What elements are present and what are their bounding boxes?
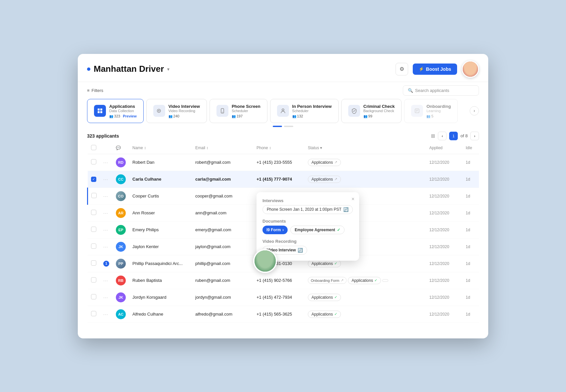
interview-chip[interactable]: Phone Screen Jan 1, 2020 at 1:00pm PST 🔄 (262, 205, 353, 214)
status-badge[interactable]: Applications ✓ (308, 311, 341, 318)
row-avatar: EP (116, 225, 126, 235)
row-email[interactable]: carla@gmail.com (195, 177, 231, 182)
th-name[interactable]: Name ↕ (129, 142, 192, 154)
check-icon: ✓ (337, 228, 340, 232)
tab-video-interview[interactable]: Video Interview Video Recording 240 (146, 99, 207, 123)
svg-point-8 (282, 109, 284, 111)
row-checkbox[interactable] (91, 243, 96, 249)
user-avatar[interactable] (462, 61, 479, 78)
row-more-button[interactable]: ··· (103, 278, 108, 283)
row-email[interactable]: phillip@gmail.com (195, 261, 230, 266)
row-avatar: JK (116, 292, 126, 302)
in-person-tab-sublabel: Scheduler (292, 109, 332, 113)
status-popup: × Interviews Phone Screen Jan 1, 2020 at… (257, 192, 359, 261)
current-page[interactable]: 1 (449, 132, 458, 140)
row-checkbox[interactable] (91, 210, 96, 215)
row-name[interactable]: Carla Culhane (132, 177, 161, 182)
row-email[interactable]: emery@gmail.com (195, 227, 231, 232)
row-name[interactable]: Jaylon Kenter (132, 244, 159, 249)
large-avatar-face (255, 250, 276, 272)
row-more-button[interactable]: ··· (103, 295, 108, 300)
row-checkbox[interactable] (91, 227, 96, 232)
th-status[interactable]: Status ▾ (305, 142, 426, 154)
row-email[interactable]: ruben@gmail.com (195, 278, 230, 283)
applied-date: 12/12/2020 (429, 261, 449, 266)
idle-value: 1d (466, 228, 470, 232)
popup-close-button[interactable]: × (352, 196, 354, 202)
status-badge[interactable] (382, 279, 388, 282)
row-email[interactable]: robert@gmail.com (195, 160, 230, 165)
avatar-face (463, 62, 478, 77)
tab-in-person[interactable]: In Person Interview Scheduler 132 (270, 99, 339, 123)
applied-date: 12/12/2020 (429, 244, 449, 249)
row-checkbox[interactable] (91, 260, 96, 266)
prev-page-button[interactable]: ‹ (438, 132, 447, 140)
onboarding-icon (411, 105, 423, 117)
row-email[interactable]: cooper@gmail.com (195, 194, 232, 198)
pipeline-dots (78, 123, 488, 128)
row-checkbox[interactable] (91, 311, 96, 316)
preview-badge[interactable]: Preview (123, 114, 137, 118)
tab-applications[interactable]: Applications Data Collection 323 Preview (87, 99, 144, 123)
status-badge[interactable]: Applications ✓ (308, 260, 341, 267)
row-more-button[interactable]: ··· (103, 160, 108, 165)
row-more-button[interactable]: ··· (103, 177, 108, 182)
table-header: 💬 Name ↕ Email ↕ Phone ↕ Status ▾ Applie… (88, 142, 479, 154)
select-all-checkbox[interactable] (91, 145, 96, 150)
onboarding-tab-sublabel: Learning (426, 109, 451, 113)
row-name[interactable]: Ruben Baptista (132, 278, 162, 283)
toolbar: ≡ Filters 🔍 Search applicants (78, 82, 488, 99)
row-phone: +1 (415) 565-3625 (257, 312, 292, 317)
row-more-button[interactable]: ··· (103, 312, 108, 317)
row-phone: +1 (415) 472-7934 (257, 295, 292, 300)
row-checkbox[interactable]: ✓ (91, 177, 96, 182)
pipeline-next-button[interactable]: › (470, 106, 479, 115)
status-badge[interactable]: Applications ✓ (348, 277, 381, 284)
boost-jobs-button[interactable]: ⚡ Boost Jobs (413, 64, 457, 75)
applications-tab-sublabel: Data Collection (109, 109, 137, 113)
settings-button[interactable]: ⚙ (396, 63, 408, 75)
tab-phone-screen[interactable]: Phone Screen Scheduler 197 (210, 99, 267, 123)
status-badge[interactable]: Onboarding Form ↗ (308, 277, 347, 284)
row-name[interactable]: Cooper Curtis (132, 194, 159, 198)
row-checkbox[interactable] (91, 277, 96, 283)
filters-button[interactable]: ≡ Filters (87, 88, 103, 93)
row-email[interactable]: jordyn@gmail.com (195, 295, 231, 300)
row-email[interactable]: ann@gmail.com (195, 210, 226, 215)
status-badge[interactable]: Applications ↗ (308, 159, 341, 166)
row-checkbox[interactable] (91, 159, 96, 164)
svg-rect-6 (221, 109, 224, 113)
row-name[interactable]: Jordyn Korsgaard (132, 295, 166, 300)
video-interview-count: 240 (168, 114, 179, 118)
row-email[interactable]: alfredo@gmail.com (195, 312, 232, 317)
next-page-button[interactable]: › (470, 132, 479, 140)
row-name[interactable]: Phillip Passaquindici Arc... (132, 261, 183, 266)
status-badge[interactable]: Applications ↗ (308, 176, 341, 183)
th-email[interactable]: Email ↕ (192, 142, 253, 154)
row-name[interactable]: Alfredo Culhane (132, 312, 163, 317)
chevron-down-icon[interactable]: ▾ (167, 66, 169, 72)
row-phone: +1 (415) 902-5766 (257, 278, 292, 283)
row-checkbox[interactable] (91, 294, 96, 299)
idle-value: 1d (466, 261, 470, 266)
i9-form-chip[interactable]: I9 Form › (262, 226, 288, 234)
employee-agreement-chip[interactable]: Employee Agreement ✓ (290, 226, 344, 234)
row-name[interactable]: Ann Rosser (132, 210, 155, 215)
row-name[interactable]: Emery Philips (132, 227, 159, 232)
row-more-button[interactable]: ··· (103, 210, 108, 216)
row-more-button[interactable]: ··· (103, 194, 108, 199)
search-box[interactable]: 🔍 Search applicants (403, 85, 479, 96)
phone-screen-tab-sublabel: Scheduler (232, 109, 260, 113)
row-more-button[interactable]: ··· (103, 227, 108, 233)
tab-onboarding[interactable]: Onboarding Learning 5 (404, 99, 458, 123)
row-avatar: AR (116, 208, 126, 218)
onboarding-tab-label: Onboarding (426, 104, 451, 109)
th-phone[interactable]: Phone ↕ (253, 142, 305, 154)
row-more-button[interactable]: ··· (103, 244, 108, 249)
grid-view-icon[interactable]: ⊞ (431, 133, 435, 139)
status-badge[interactable]: Applications ✓ (308, 294, 341, 301)
row-checkbox[interactable] (91, 193, 97, 198)
tab-criminal-check[interactable]: Criminal Check Background Check 99 (341, 99, 402, 123)
row-name[interactable]: Robert Dan (132, 160, 154, 165)
row-email[interactable]: jaylon@gmail.com (195, 244, 230, 249)
